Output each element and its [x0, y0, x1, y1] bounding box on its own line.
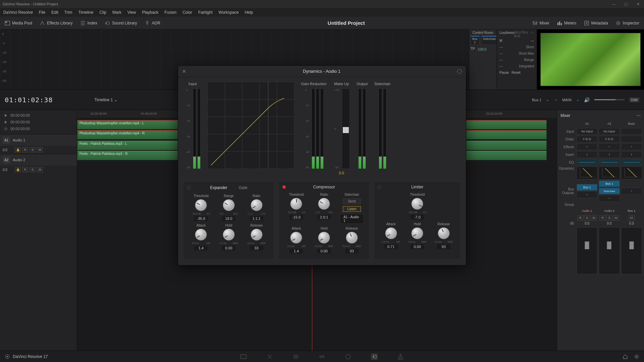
- order-cell[interactable]: F-E-D: [599, 136, 620, 142]
- maximize-button[interactable]: ▢: [623, 2, 629, 6]
- knob-value[interactable]: 2.0:1: [317, 215, 331, 220]
- loudness-pause[interactable]: Pause: [499, 71, 509, 74]
- cr-bus[interactable]: Bus 1: [471, 36, 479, 45]
- comp-attack-knob[interactable]: [290, 232, 302, 244]
- effects-add[interactable]: +: [577, 143, 597, 150]
- inspector-toggle[interactable]: Inspector: [615, 20, 639, 26]
- fusion-page-icon[interactable]: [319, 353, 325, 360]
- strip-name[interactable]: Audio 2: [599, 207, 620, 214]
- bus-out[interactable]: Bus 1: [599, 180, 620, 187]
- close-button[interactable]: ✕: [635, 2, 641, 6]
- settings-icon[interactable]: [634, 354, 639, 359]
- knob-value[interactable]: -7.0: [411, 215, 424, 220]
- deliver-page-icon[interactable]: [397, 353, 404, 360]
- fader-a2[interactable]: [599, 227, 620, 274]
- bus-sidechain[interactable]: Sidechain: [599, 188, 620, 194]
- strip-m[interactable]: M: [591, 215, 597, 221]
- limiter-enable-toggle[interactable]: [378, 185, 381, 189]
- makeup-value[interactable]: 0.0: [339, 171, 344, 175]
- expander-tab[interactable]: Expander: [207, 185, 230, 191]
- sidechain-listen-button[interactable]: Listen: [343, 206, 361, 212]
- expander-enable-toggle[interactable]: [187, 186, 191, 189]
- exp-ratio-knob[interactable]: [251, 199, 263, 211]
- dynamics-curve[interactable]: [207, 82, 294, 169]
- track-level[interactable]: 0.0: [3, 148, 13, 152]
- mixer-toggle[interactable]: Mixer: [532, 20, 549, 26]
- strip-s[interactable]: S: [584, 215, 590, 221]
- effects-add[interactable]: +: [599, 143, 620, 150]
- knob-value[interactable]: 1.4: [194, 246, 208, 250]
- menu-mark[interactable]: Mark: [112, 10, 121, 15]
- menu-playback[interactable]: Playback: [142, 10, 158, 15]
- lim-release-knob[interactable]: [438, 227, 450, 239]
- home-icon[interactable]: [623, 354, 628, 359]
- dialog-reset-icon[interactable]: [457, 69, 462, 74]
- exp-release-knob[interactable]: [251, 229, 263, 241]
- effects-add[interactable]: +: [621, 143, 642, 150]
- tc-row[interactable]: 00:00:00:00: [2, 119, 75, 125]
- fader-a1[interactable]: [577, 227, 597, 274]
- eq-cell[interactable]: [599, 159, 620, 166]
- compressor-enable-toggle[interactable]: [282, 185, 286, 189]
- insert-cell[interactable]: I: [599, 151, 620, 158]
- track-a1-header[interactable]: A1 Audio 1: [0, 134, 77, 146]
- meters-toggle[interactable]: Meters: [557, 20, 577, 26]
- knob-value[interactable]: 0.00: [317, 249, 331, 253]
- edit-page-icon[interactable]: [292, 353, 299, 360]
- dim-button[interactable]: DIM: [629, 98, 639, 102]
- menu-timeline[interactable]: Timeline: [78, 10, 93, 15]
- index-toggle[interactable]: Index: [80, 20, 97, 26]
- menu-edit[interactable]: Edit: [51, 10, 58, 15]
- tc-row[interactable]: 00:00:00:00: [2, 112, 75, 119]
- sidechain-source-select[interactable]: A1 - Audio 1: [340, 214, 364, 224]
- fader-bus1[interactable]: [621, 227, 642, 274]
- timeline-selector[interactable]: Timeline 1 ⌄: [94, 98, 117, 102]
- exp-threshold-knob[interactable]: [195, 199, 207, 211]
- lim-threshold-knob[interactable]: [411, 198, 423, 210]
- dynamics-cell[interactable]: [577, 167, 597, 179]
- effects-library-toggle[interactable]: Effects Library: [40, 20, 72, 26]
- speaker-icon[interactable]: 🔊: [584, 97, 590, 103]
- media-pool-toggle[interactable]: Media Pool: [5, 20, 32, 26]
- bus-out[interactable]: Bus 1: [577, 184, 597, 191]
- insert-cell[interactable]: I: [621, 151, 642, 158]
- eq-cell[interactable]: [577, 159, 597, 166]
- fader-val[interactable]: 0.0: [577, 222, 597, 225]
- media-page-icon[interactable]: [240, 353, 247, 360]
- input-cell[interactable]: [621, 128, 642, 135]
- menu-view[interactable]: View: [127, 10, 136, 15]
- monitor-main[interactable]: MAIN: [562, 98, 572, 102]
- makeup-slider[interactable]: [342, 88, 350, 169]
- exp-attack-knob[interactable]: [195, 229, 207, 241]
- knob-value[interactable]: 93: [345, 249, 359, 253]
- lock-icon[interactable]: 🔒: [15, 147, 21, 153]
- track-a2-header[interactable]: A2 Audio 2: [0, 154, 77, 166]
- mixer-menu-icon[interactable]: ⋯: [637, 113, 641, 118]
- comp-release-knob[interactable]: [346, 232, 358, 244]
- bus-add[interactable]: +: [621, 188, 642, 194]
- order-cell[interactable]: F-E-D: [577, 136, 597, 142]
- knob-value[interactable]: 1.4: [289, 249, 303, 253]
- fader-val[interactable]: 0.0: [621, 222, 642, 225]
- strip-r[interactable]: R: [599, 215, 605, 221]
- strip-m[interactable]: M: [629, 215, 635, 221]
- fader-val[interactable]: 0.0: [599, 222, 620, 225]
- exp-range-knob[interactable]: [223, 199, 235, 211]
- metadata-toggle[interactable]: Metadata: [584, 20, 608, 26]
- menu-fairlight[interactable]: Fairlight: [198, 10, 213, 15]
- strip-m[interactable]: M: [613, 215, 619, 221]
- input-cell[interactable]: No Input: [599, 128, 620, 135]
- menu-color[interactable]: Color: [182, 10, 192, 15]
- dynamics-cell[interactable]: [599, 167, 620, 179]
- lim-attack-knob[interactable]: [385, 227, 397, 239]
- menu-trim[interactable]: Trim: [64, 10, 72, 15]
- order-cell[interactable]: [621, 136, 642, 142]
- sidechain-send-button[interactable]: Send: [343, 198, 361, 204]
- lim-hold-knob[interactable]: [411, 227, 423, 239]
- minimize-button[interactable]: —: [610, 2, 617, 6]
- strip-r[interactable]: R: [577, 215, 583, 221]
- comp-hold-knob[interactable]: [318, 232, 330, 244]
- menu-clip[interactable]: Clip: [99, 10, 106, 15]
- menu-fusion[interactable]: Fusion: [164, 10, 176, 15]
- knob-value[interactable]: 93: [250, 246, 263, 250]
